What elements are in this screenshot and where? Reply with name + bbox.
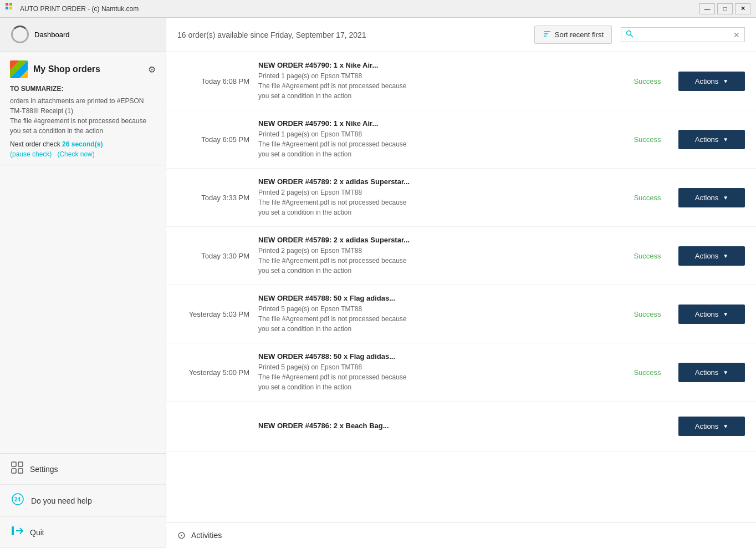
actions-label: Actions	[695, 194, 719, 202]
order-row: Yesterday 5:03 PM NEW ORDER #45788: 50 x…	[166, 285, 756, 343]
sidebar-item-settings[interactable]: Settings	[0, 454, 166, 485]
order-details: NEW ORDER #45789: 2 x adidas Superstar..…	[258, 177, 616, 217]
check-now-link[interactable]: (Check now)	[57, 150, 94, 158]
actions-button[interactable]: Actions ▼	[678, 246, 745, 266]
order-details: NEW ORDER #45786: 2 x Beach Bag...	[258, 422, 616, 432]
order-status: Success	[625, 368, 670, 377]
next-check-row: Next order check 26 second(s)	[10, 140, 156, 148]
order-details: NEW ORDER #45790: 1 x Nike Air... Printe…	[258, 61, 616, 101]
actions-chevron-icon: ▼	[723, 253, 728, 259]
next-check-label: Next order check	[10, 140, 60, 148]
actions-button[interactable]: Actions ▼	[678, 130, 745, 149]
order-title: NEW ORDER #45789: 2 x adidas Superstar..…	[258, 236, 616, 244]
help-icon: 24	[11, 493, 24, 509]
order-time: Today 6:05 PM	[177, 135, 249, 144]
order-time: Today 3:33 PM	[177, 194, 249, 202]
actions-label: Actions	[695, 368, 719, 377]
summary-text: orders in attachments are printed to #EP…	[10, 96, 156, 136]
order-time: Today 3:30 PM	[177, 252, 249, 260]
sort-label: Sort recent first	[555, 31, 604, 39]
actions-button[interactable]: Actions ▼	[678, 305, 745, 324]
order-details: NEW ORDER #45789: 2 x adidas Superstar..…	[258, 236, 616, 276]
order-title: NEW ORDER #45790: 1 x Nike Air...	[258, 61, 616, 69]
actions-button[interactable]: Actions ▼	[678, 417, 745, 436]
actions-label: Actions	[695, 422, 719, 430]
summary-heading: TO SUMMARIZE:	[10, 85, 156, 93]
title-bar: AUTO PRINT ORDER - (c) Namtuk.com — □ ✕	[0, 0, 756, 18]
actions-chevron-icon: ▼	[723, 369, 728, 376]
actions-label: Actions	[695, 310, 719, 318]
settings-gear-button[interactable]: ⚙	[148, 64, 156, 75]
search-input[interactable]	[637, 31, 730, 39]
order-description: Printed 1 page(s) on Epson TMT88The file…	[258, 71, 616, 101]
microsoft-icon	[10, 60, 28, 78]
sidebar-dashboard-item[interactable]: Dashboard	[0, 18, 166, 52]
svg-rect-2	[6, 7, 8, 9]
shop-section: My Shop orders ⚙ TO SUMMARIZE: orders in…	[0, 52, 166, 165]
sidebar-item-quit[interactable]: Quit	[0, 517, 166, 548]
activities-label: Activities	[191, 531, 222, 540]
svg-rect-4	[12, 462, 16, 466]
orders-count-label: 16 order(s) available since Friday, Sept…	[177, 31, 525, 39]
dashboard-label: Dashboard	[34, 31, 70, 39]
next-check-value: 26 second(s)	[62, 140, 103, 148]
actions-chevron-icon: ▼	[723, 78, 728, 84]
shop-header: My Shop orders ⚙	[10, 60, 156, 78]
check-links: (pause check) (Check now)	[10, 150, 156, 158]
svg-rect-0	[6, 3, 8, 6]
order-title: NEW ORDER #45789: 2 x adidas Superstar..…	[258, 177, 616, 186]
maximize-button[interactable]: □	[717, 3, 733, 14]
order-row: Today 3:33 PM NEW ORDER #45789: 2 x adid…	[166, 169, 756, 227]
order-title: NEW ORDER #45790: 1 x Nike Air...	[258, 119, 616, 128]
actions-button[interactable]: Actions ▼	[678, 363, 745, 382]
actions-label: Actions	[695, 135, 719, 144]
order-title: NEW ORDER #45788: 50 x Flag adidas...	[258, 294, 616, 302]
actions-chevron-icon: ▼	[723, 311, 728, 317]
actions-button[interactable]: Actions ▼	[678, 72, 745, 91]
order-description: Printed 1 page(s) on Epson TMT88The file…	[258, 129, 616, 159]
order-description: Printed 5 page(s) on Epson TMT88The file…	[258, 362, 616, 392]
search-box: ✕	[621, 27, 745, 42]
top-bar: 16 order(s) available since Friday, Sept…	[166, 18, 756, 52]
svg-rect-3	[9, 7, 12, 9]
order-details: NEW ORDER #45788: 50 x Flag adidas... Pr…	[258, 352, 616, 392]
order-row: NEW ORDER #45786: 2 x Beach Bag... Actio…	[166, 402, 756, 451]
actions-label: Actions	[695, 252, 719, 260]
order-status: Success	[625, 252, 670, 260]
order-status: Success	[625, 77, 670, 85]
close-button[interactable]: ✕	[735, 3, 750, 14]
pause-check-link[interactable]: (pause check)	[10, 150, 52, 158]
search-icon	[626, 30, 634, 39]
order-status: Success	[625, 135, 670, 144]
order-time: Yesterday 5:00 PM	[177, 368, 249, 377]
order-details: NEW ORDER #45788: 50 x Flag adidas... Pr…	[258, 294, 616, 334]
app-title: AUTO PRINT ORDER - (c) Namtuk.com	[20, 5, 699, 13]
order-time: Yesterday 5:03 PM	[177, 310, 249, 318]
order-time: Today 6:08 PM	[177, 77, 249, 85]
sidebar: Dashboard My Shop orders ⚙ TO SUMMARIZE:…	[0, 18, 166, 548]
order-row: Today 6:05 PM NEW ORDER #45790: 1 x Nike…	[166, 110, 756, 169]
order-description: Printed 2 page(s) on Epson TMT88The file…	[258, 246, 616, 276]
quit-icon	[11, 525, 23, 540]
main-content: 16 order(s) available since Friday, Sept…	[166, 18, 756, 548]
sort-button[interactable]: Sort recent first	[534, 26, 612, 44]
actions-button[interactable]: Actions ▼	[678, 188, 745, 207]
minimize-button[interactable]: —	[699, 3, 715, 14]
activities-bar[interactable]: ⊙ Activities	[166, 522, 756, 548]
search-clear-button[interactable]: ✕	[733, 31, 740, 39]
actions-chevron-icon: ▼	[723, 195, 728, 201]
order-details: NEW ORDER #45790: 1 x Nike Air... Printe…	[258, 119, 616, 159]
sort-icon	[543, 29, 551, 40]
svg-rect-6	[12, 469, 16, 473]
svg-line-16	[631, 35, 634, 38]
svg-point-15	[627, 31, 631, 35]
order-row: Today 3:30 PM NEW ORDER #45789: 2 x adid…	[166, 227, 756, 285]
settings-label: Settings	[30, 465, 58, 474]
shop-name: My Shop orders	[33, 64, 142, 74]
actions-label: Actions	[695, 77, 719, 85]
svg-text:24: 24	[14, 496, 21, 503]
dashboard-icon	[11, 26, 29, 43]
order-title: NEW ORDER #45786: 2 x Beach Bag...	[258, 422, 616, 430]
actions-chevron-icon: ▼	[723, 136, 728, 143]
sidebar-item-help[interactable]: 24 Do you need help	[0, 485, 166, 517]
